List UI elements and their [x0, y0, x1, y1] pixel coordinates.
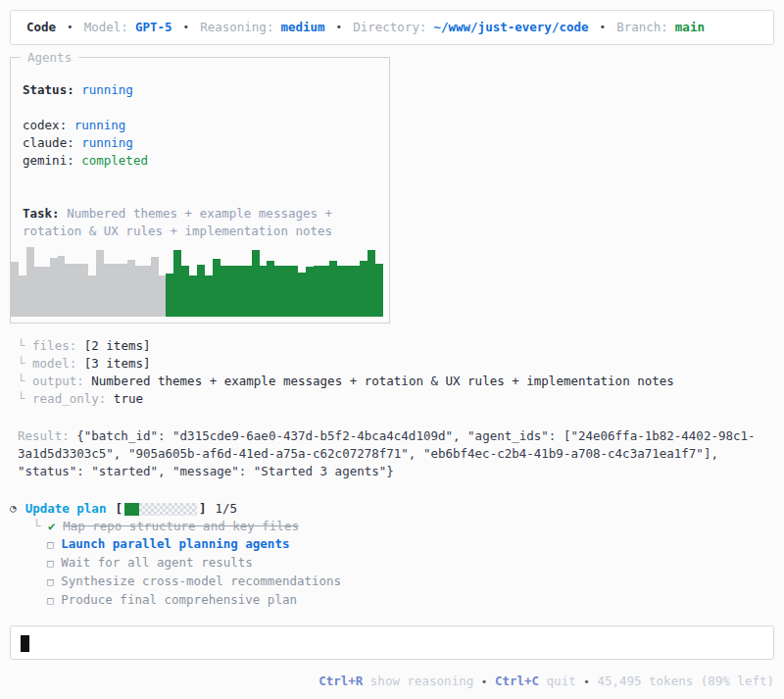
spark-bar: [375, 264, 383, 317]
checkbox-icon: □: [47, 557, 54, 570]
spark-bar: [26, 247, 34, 317]
task-label: Task:: [23, 206, 60, 221]
param-value: [3 items]: [84, 356, 151, 371]
agent-status: running: [81, 135, 133, 150]
spark-bar: [274, 266, 282, 317]
spark-bar: [42, 267, 50, 317]
checkbox-icon: □: [47, 575, 54, 588]
spark-bar: [11, 262, 19, 317]
plan-checklist: └ ✔ Map repo structure and key files □ L…: [33, 518, 774, 610]
reasoning-value: medium: [280, 19, 324, 36]
spark-bar: [96, 250, 104, 317]
spark-bar: [80, 264, 88, 317]
shortcut-label: show reasoning: [370, 674, 473, 688]
spark-bar: [345, 266, 353, 317]
plan-item-label: Launch parallel planning agents: [61, 536, 289, 551]
plan-item-label: Produce final comprehensive plan: [61, 592, 297, 607]
param-key: read_only:: [32, 391, 106, 406]
plan-item-pending: □ Synthesize cross-model recommendations: [33, 573, 774, 591]
directory-value: ~/www/just-every/code: [433, 19, 588, 36]
tree-corner-icon: └: [18, 338, 25, 353]
branch-value: main: [675, 19, 705, 36]
param-value: true: [114, 391, 143, 406]
separator-dot-icon: •: [336, 19, 343, 36]
spark-bar: [135, 266, 143, 317]
param-key: files:: [32, 338, 76, 353]
agent-name: gemini:: [23, 153, 74, 168]
spark-bar: [329, 261, 337, 317]
param-row: └ model: [3 items]: [18, 355, 784, 373]
spark-bar: [282, 266, 290, 317]
spark-bar: [205, 275, 213, 317]
model-value: GPT-5: [135, 19, 172, 36]
task-text: Numbered themes + example messages + rot…: [23, 206, 332, 238]
status-bar: Code • Model: GPT-5 • Reasoning: medium …: [10, 10, 774, 45]
checkmark-icon: ✔: [48, 519, 56, 533]
spark-bar: [120, 264, 127, 317]
tool-call-params: └ files: [2 items] └ model: [3 items] └ …: [18, 337, 784, 408]
plan-item-label: Synthesize cross-model recommendations: [61, 574, 341, 588]
agent-name: claude:: [23, 135, 74, 150]
plan-item-pending: □ Wait for all agent results: [33, 554, 774, 573]
tree-corner-icon: └: [18, 356, 25, 371]
spark-bar: [50, 258, 58, 317]
plan-item-pending: □ Produce final comprehensive plan: [33, 591, 774, 610]
spark-bar: [19, 275, 26, 317]
model-label: Model:: [84, 19, 128, 36]
bracket-close: ]: [199, 500, 207, 518]
param-value: [2 items]: [84, 338, 151, 353]
param-key: output:: [32, 374, 84, 388]
tree-corner-icon: └: [33, 519, 41, 533]
spark-bar: [127, 260, 135, 317]
spark-bar: [298, 273, 306, 317]
spark-bar: [220, 266, 228, 317]
param-value: Numbered themes + example messages + rot…: [91, 374, 674, 388]
spark-bar: [360, 261, 368, 317]
plan-progress-ratio: 1/5: [215, 500, 237, 518]
spark-bar: [321, 266, 329, 317]
spark-bar: [306, 267, 314, 317]
spark-bar: [314, 266, 321, 317]
plan-progress-track: [124, 503, 197, 516]
result-label: Result:: [18, 428, 70, 443]
plan-item-active: □ Launch parallel planning agents: [33, 535, 774, 554]
activity-sparkline: [11, 244, 383, 317]
tree-corner-icon: └: [18, 374, 25, 388]
result-json: {"batch_id": "d315cde9-6ae0-437d-b5f2-4b…: [18, 428, 756, 478]
agent-row: gemini: completed: [23, 152, 377, 170]
param-row: └ read_only: true: [18, 390, 784, 408]
separator-dot-icon: •: [67, 19, 74, 36]
spark-bar: [260, 266, 268, 317]
spark-bar: [73, 264, 80, 317]
text-cursor: [21, 635, 29, 652]
param-row: └ output: Numbered themes + example mess…: [18, 373, 784, 390]
agent-name: codex:: [23, 118, 67, 132]
spark-bar: [236, 266, 244, 317]
agent-status: running: [74, 118, 126, 132]
spark-bar: [88, 275, 96, 317]
separator-dot-icon: •: [600, 19, 607, 36]
separator-dot-icon: •: [183, 19, 190, 36]
spark-bar: [244, 266, 252, 317]
plan-item-label: Map repo structure and key files: [63, 519, 299, 533]
checkbox-icon: □: [47, 594, 54, 607]
composer-input[interactable]: [10, 625, 774, 660]
agents-panel: Agents Status: running codex: running cl…: [10, 57, 390, 324]
spark-bar: [34, 267, 42, 317]
spark-bar: [143, 266, 151, 317]
spark-bar: [173, 250, 181, 317]
spark-bar: [181, 266, 189, 317]
status-label: Status:: [23, 82, 74, 97]
spark-bar: [252, 250, 260, 317]
plan-item-label: Wait for all agent results: [61, 555, 253, 570]
bracket-open: [: [115, 500, 122, 518]
shortcut-label: quit: [547, 674, 576, 688]
spark-bar: [267, 261, 274, 317]
branch-label: Branch:: [616, 19, 668, 36]
plan-title: Update plan: [25, 500, 107, 518]
shortcut-key: Ctrl+C: [495, 674, 539, 688]
separator-dot-icon: •: [583, 675, 590, 688]
spark-bar: [189, 275, 197, 317]
result-block: Result: {"batch_id": "d315cde9-6ae0-437d…: [18, 427, 764, 480]
spark-bar: [353, 266, 361, 317]
